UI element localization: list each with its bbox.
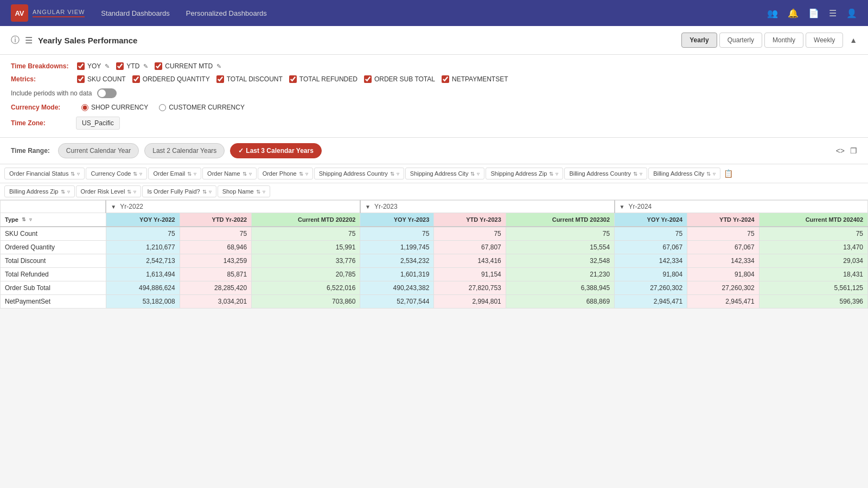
yr2023-chevron[interactable]: ▼ (365, 204, 371, 210)
data-cell: 20,785 (252, 268, 360, 281)
data-cell: 6,388,945 (506, 281, 614, 295)
filter-order-risk-level[interactable]: Order Risk Level ⇅ ▿ (76, 185, 142, 197)
type-subheader: Type ⇅ ▿ (1, 213, 106, 227)
type-filter-icon[interactable]: ▿ (29, 217, 32, 222)
filter-order-financial-status[interactable]: Order Financial Status ⇅ ▿ (4, 168, 85, 179)
data-cell: 143,259 (180, 254, 251, 268)
data-cell: 67,807 (434, 241, 506, 254)
code-icon[interactable]: <> (836, 146, 845, 155)
filter-is-order-fully-paid[interactable]: Is Order Fully Paid? ⇅ ▿ (142, 185, 216, 197)
metric-total-discount[interactable]: TOTAL DISCOUNT (216, 75, 283, 83)
filter-shipping-address-country[interactable]: Shipping Address Country ⇅ ▿ (314, 168, 404, 179)
yoy2022-subheader: YOY Yr-2022 (106, 213, 180, 227)
filter-billing-address-zip[interactable]: Billing Address Zip ⇅ ▿ (4, 185, 75, 197)
filter-icon: ▿ (640, 171, 642, 177)
ytd-edit-icon[interactable]: ✎ (143, 63, 148, 70)
bookmark-icon[interactable]: 📄 (808, 8, 819, 18)
data-cell: 75 (759, 227, 867, 241)
table-body: SKU Count757575757575757575Ordered Quant… (1, 227, 868, 309)
timezone-label: Time Zone: (11, 119, 71, 127)
timezone-row: Time Zone: US_Pacific (11, 117, 857, 130)
data-cell: 1,210,677 (106, 241, 180, 254)
filter-currency-code[interactable]: Currency Code ⇅ ▿ (86, 168, 147, 179)
row-type-cell: Order Sub Total (1, 281, 106, 295)
sort-icon: ⇅ (71, 171, 75, 177)
breakdown-yoy-checkbox[interactable] (77, 62, 85, 70)
data-cell: 1,601,319 (360, 268, 434, 281)
filter-shipping-address-zip[interactable]: Shipping Address Zip ⇅ ▿ (486, 168, 563, 179)
data-cell: 67,067 (615, 241, 687, 254)
currency-shop[interactable]: SHOP CURRENCY (81, 104, 148, 111)
metric-netpaymentset[interactable]: NETPAYMENTSET (442, 75, 508, 83)
breakdown-ytd-checkbox[interactable] (116, 62, 124, 70)
filter-settings-icon[interactable]: ☰ (25, 35, 33, 46)
sort-icon: ⇅ (549, 171, 553, 177)
data-cell: 68,946 (180, 241, 251, 254)
filter-order-phone[interactable]: Order Phone ⇅ ▿ (258, 168, 313, 179)
filter-shipping-address-city[interactable]: Shipping Address City ⇅ ▿ (405, 168, 485, 179)
filter-icon: ▿ (263, 189, 265, 195)
breakdown-yoy[interactable]: YOY ✎ (77, 62, 110, 70)
period-btn-yearly[interactable]: Yearly (681, 33, 717, 48)
metric-sku-count[interactable]: SKU COUNT (77, 75, 126, 83)
timezone-value[interactable]: US_Pacific (76, 117, 120, 130)
period-btn-quarterly[interactable]: Quarterly (719, 33, 762, 48)
sort-icon: ⇅ (202, 189, 207, 195)
page-title: Yearly Sales Performance (38, 36, 681, 45)
range-last-2-years[interactable]: Last 2 Calendar Years (144, 143, 225, 158)
mtd-edit-icon[interactable]: ✎ (216, 63, 221, 70)
data-cell: 2,534,232 (360, 254, 434, 268)
ytd2024-subheader: YTD Yr-2024 (687, 213, 759, 227)
ytd2023-subheader: YTD Yr-2023 (434, 213, 506, 227)
range-last-3-years[interactable]: ✓Last 3 Calendar Years (230, 143, 322, 158)
breakdown-ytd[interactable]: YTD ✎ (116, 62, 148, 70)
yoy2024-subheader: YOY Yr-2024 (615, 213, 687, 227)
nav-personalized-dashboards[interactable]: Personalized Dashboards (186, 9, 267, 17)
type-sort-icon[interactable]: ⇅ (22, 217, 26, 222)
data-cell: 2,542,713 (106, 254, 180, 268)
data-cell: 142,334 (687, 254, 759, 268)
group-header-row: ▼ Yr-2022 ▼ Yr-2023 ▼ Yr-2024 (1, 201, 868, 213)
period-btn-monthly[interactable]: Monthly (764, 33, 803, 48)
sort-icon: ⇅ (470, 171, 475, 177)
filter-icon: ▿ (397, 171, 399, 177)
type-group-header (1, 201, 106, 213)
breakdown-mtd-checkbox[interactable] (155, 62, 162, 70)
yr2024-chevron[interactable]: ▼ (620, 204, 625, 210)
time-range-bar: Time Range: Current Calendar Year Last 2… (0, 138, 868, 164)
metrics-row: Metrics: SKU COUNT ORDERED QUANTITY TOTA… (11, 75, 857, 83)
row-type-cell: SKU Count (1, 227, 106, 241)
filter-icon: ▿ (556, 171, 558, 177)
currency-customer[interactable]: CUSTOMER CURRENCY (159, 104, 245, 111)
bell-icon[interactable]: 🔔 (788, 8, 799, 18)
metric-order-sub-total[interactable]: ORDER SUB TOTAL (364, 75, 435, 83)
metric-ordered-qty[interactable]: ORDERED QUANTITY (132, 75, 210, 83)
help-icon[interactable]: ⓘ (11, 35, 20, 46)
nav-standard-dashboards[interactable]: Standard Dashboards (101, 9, 169, 17)
yr2022-chevron[interactable]: ▼ (111, 204, 116, 210)
fullscreen-icon[interactable]: ❐ (850, 146, 857, 155)
user-icon[interactable]: 👤 (846, 8, 857, 18)
yr2023-group-header: ▼ Yr-2023 (360, 201, 615, 213)
filter-order-email[interactable]: Order Email ⇅ ▿ (148, 168, 201, 179)
collapse-icon[interactable]: ▲ (850, 36, 857, 44)
filter-billing-address-country[interactable]: Billing Address Country ⇅ ▿ (564, 168, 647, 179)
yoy-edit-icon[interactable]: ✎ (105, 63, 110, 70)
data-cell: 2,945,471 (615, 295, 687, 309)
period-btn-weekly[interactable]: Weekly (806, 33, 843, 48)
range-current-year[interactable]: Current Calendar Year (58, 143, 139, 158)
filter-shop-name[interactable]: Shop Name ⇅ ▿ (218, 185, 270, 197)
data-cell: 75 (687, 227, 759, 241)
include-periods-toggle[interactable] (97, 88, 117, 98)
sliders-icon[interactable]: ☰ (829, 8, 837, 18)
filter-order-name[interactable]: Order Name ⇅ ▿ (202, 168, 257, 179)
copy-icon[interactable]: 📋 (722, 168, 735, 179)
filter-icon: ▿ (713, 171, 716, 177)
people-icon[interactable]: 👥 (767, 8, 778, 18)
top-nav: AV ANGULAR VIEW Standard Dashboards Pers… (0, 0, 868, 26)
breakdown-mtd[interactable]: CURRENT MTD ✎ (155, 62, 221, 70)
metric-total-refunded[interactable]: TOTAL REFUNDED (289, 75, 358, 83)
data-cell: 703,860 (252, 295, 360, 309)
sort-icon: ⇅ (133, 171, 137, 177)
filter-billing-address-city[interactable]: Billing Address City ⇅ ▿ (648, 168, 720, 179)
